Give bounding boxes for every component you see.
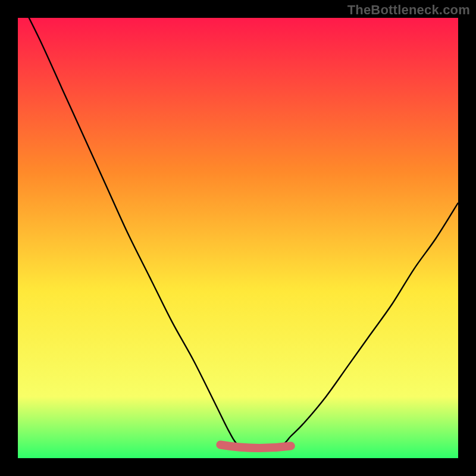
chart-frame: TheBottleneck.com	[0, 0, 476, 476]
watermark-text: TheBottleneck.com	[347, 2, 470, 18]
gradient-background	[18, 18, 458, 458]
plot-area	[18, 18, 458, 458]
optimal-range-band	[220, 445, 290, 449]
bottleneck-chart	[18, 18, 458, 458]
